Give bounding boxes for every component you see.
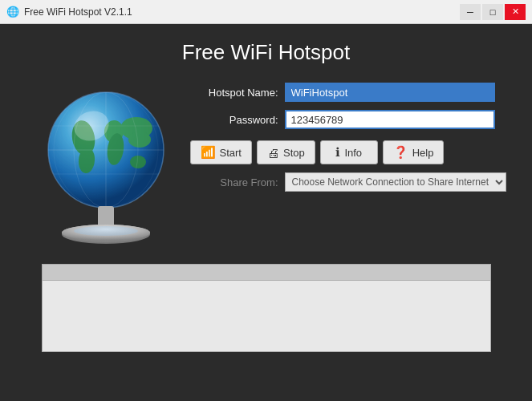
share-from-label: Share From: — [190, 176, 278, 188]
svg-point-9 — [128, 132, 151, 148]
close-button[interactable]: ✕ — [505, 4, 526, 20]
hotspot-name-row: Hotspot Name: — [190, 83, 495, 102]
stop-icon: 🖨 — [267, 146, 279, 160]
info-label: Info — [344, 147, 362, 159]
share-from-row: Share From: Choose Network Connection to… — [190, 172, 495, 192]
main-content: Free WiFi Hotspot — [0, 24, 532, 401]
info-icon: ℹ — [335, 145, 340, 160]
app-icon: 🌐 — [6, 6, 19, 18]
title-bar-left: 🌐 Free WiFi Hotspot V2.1.1 — [6, 6, 132, 18]
help-icon: ❓ — [393, 145, 408, 160]
password-row: Password: — [190, 110, 495, 129]
maximize-button[interactable]: □ — [482, 4, 503, 20]
title-bar-text: Free WiFi Hotspot V2.1.1 — [24, 6, 132, 18]
password-input[interactable] — [285, 110, 495, 129]
info-button[interactable]: ℹ Info — [320, 140, 378, 164]
center-layout: Hotspot Name: Password: 📶 Start 🖨 Stop — [16, 78, 516, 254]
title-bar-controls: ─ □ ✕ — [460, 4, 526, 20]
share-from-select[interactable]: Choose Network Connection to Share Inter… — [285, 172, 506, 192]
help-button[interactable]: ❓ Help — [383, 140, 445, 164]
stop-label: Stop — [283, 147, 305, 159]
start-label: Start — [220, 147, 242, 159]
password-label: Password: — [190, 114, 278, 126]
start-button[interactable]: 📶 Start — [190, 140, 252, 164]
hotspot-name-label: Hotspot Name: — [190, 87, 278, 99]
app-title: Free WiFi Hotspot — [182, 40, 351, 65]
hotspot-name-input[interactable] — [285, 83, 495, 102]
bottom-area — [42, 264, 491, 352]
wifi-icon: 📶 — [201, 145, 216, 160]
svg-point-21 — [74, 226, 138, 236]
minimize-button[interactable]: ─ — [460, 4, 481, 20]
stop-button[interactable]: 🖨 Stop — [257, 140, 315, 164]
help-label: Help — [412, 147, 434, 159]
log-area — [42, 280, 491, 352]
title-bar: 🌐 Free WiFi Hotspot V2.1.1 ─ □ ✕ — [0, 0, 532, 24]
globe-container — [38, 78, 174, 254]
right-panel: Hotspot Name: Password: 📶 Start 🖨 Stop — [190, 78, 495, 192]
status-bar — [42, 264, 491, 280]
buttons-row: 📶 Start 🖨 Stop ℹ Info ❓ Help — [190, 140, 495, 164]
globe-icon — [42, 82, 170, 250]
